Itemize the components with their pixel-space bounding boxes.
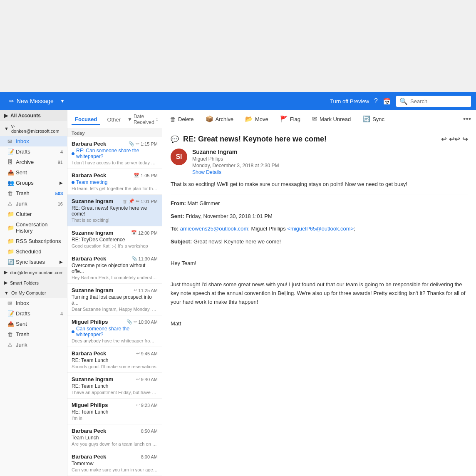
email-item-3[interactable]: Suzanne Ingram 📅 12:00 PM RE: ToyDes Con… xyxy=(67,226,162,252)
more-actions-button[interactable]: ••• xyxy=(463,115,471,124)
cc-email-link[interactable]: <miguelP65@outlook.com> xyxy=(287,226,354,232)
email-preview-1: Hi team, let's get together the plan for… xyxy=(72,186,158,191)
email-item-2[interactable]: Suzanne Ingram 🗑 📌 ⬅ 1:01 PM RE: Great n… xyxy=(67,195,162,226)
tab-other[interactable]: Other xyxy=(104,115,124,124)
calendar-icon[interactable]: 📅 xyxy=(383,97,391,105)
email-sender-2: Suzanne Ingram xyxy=(72,198,113,204)
new-message-button[interactable]: ✏ New Message xyxy=(5,95,58,107)
search-input[interactable] xyxy=(410,98,468,104)
move-icon: 📂 xyxy=(245,115,253,123)
sidebar-account1[interactable]: ▼ v-donken@microsoft.com xyxy=(0,121,67,136)
show-details-button[interactable]: Show Details xyxy=(192,169,279,175)
email-item-8[interactable]: Suzanne Ingram ↩ 9:40 AM RE: Team Lunch … xyxy=(67,373,162,399)
flag-action[interactable]: 🚩 Flag xyxy=(278,114,303,124)
subject-meta-value: Great news! Keynote here we come! xyxy=(193,238,281,245)
delete-label: Delete xyxy=(178,116,194,122)
email-item-6[interactable]: Miguel Philips 📎 ✏ 10:00 AM Can someone … xyxy=(67,315,162,347)
email-subject-0: RE: Can someone share the whitepaper? xyxy=(72,148,158,159)
sidebar-smart-folders[interactable]: ▶ Smart Folders xyxy=(0,278,67,288)
sidebar-item-junk[interactable]: ⚠ Junk 16 xyxy=(0,198,67,209)
email-item-0[interactable]: Barbara Peck 📎 ✏ 1:15 PM RE: Can someone… xyxy=(67,137,162,169)
email-preview-8: I have an appointment Friday, but have f… xyxy=(72,390,158,395)
sidebar-item-drafts[interactable]: 📝 Drafts 4 xyxy=(0,146,67,157)
email-sender-11: Barbara Peck xyxy=(72,454,106,460)
new-message-chevron[interactable]: ▾ xyxy=(61,98,64,104)
help-icon[interactable]: ? xyxy=(374,97,378,105)
email-time-3: 12:00 PM xyxy=(138,231,158,236)
reply-icons: ↩ ↩↩ ↪ xyxy=(441,135,468,143)
email-item-4[interactable]: Barbara Peck 📎 11:30 AM Overcome price o… xyxy=(67,252,162,284)
email-sender-1: Barbara Peck xyxy=(72,172,106,178)
email-icon-rep4: ↩ xyxy=(136,377,140,382)
sidebar-item-archive[interactable]: 🗄 Archive 91 xyxy=(0,157,67,167)
sync-action-icon: 🔄 xyxy=(362,115,370,123)
sidebar-item-groups[interactable]: 👥 Groups ▶ xyxy=(0,178,67,188)
tab-focused[interactable]: Focused xyxy=(72,114,100,125)
sidebar-omc-trash[interactable]: 🗑 Trash xyxy=(0,329,67,340)
omc-drafts-icon: 📝 xyxy=(7,310,13,317)
email-item-9[interactable]: Miguel Philips ↩ 9:23 AM RE: Team Lunch … xyxy=(67,399,162,424)
rss-icon: 📁 xyxy=(7,238,13,244)
email-icon-att3: 📎 xyxy=(126,319,132,325)
reading-pane: 🗑 Delete 📦 Archive 📂 Move 🚩 Flag xyxy=(162,110,476,476)
email-item-7[interactable]: Barbara Peck ↩ 9:45 AM RE: Team Lunch So… xyxy=(67,347,162,373)
forward-icon[interactable]: ↪ xyxy=(462,135,468,143)
all-accounts-label: All Accounts xyxy=(10,113,41,119)
sidebar-omc-sent[interactable]: 📤 Sent xyxy=(0,319,67,329)
cc-name: Miguel Phillips xyxy=(251,226,288,232)
email-subject-11: Tomorrow xyxy=(72,461,158,466)
sidebar-item-rss[interactable]: 📁 RSS Subscriptions xyxy=(0,236,67,246)
sidebar-omc-drafts[interactable]: 📝 Drafts 4 xyxy=(0,308,67,319)
email-subject-meta: Subject: Great news! Keynote here we com… xyxy=(171,238,468,246)
sidebar-item-trash[interactable]: 🗑 Trash 503 xyxy=(0,188,67,198)
conversation-icon: 💬 xyxy=(171,135,179,143)
sidebar-all-accounts[interactable]: ▶ All Accounts xyxy=(0,110,67,121)
sidebar-item-sync-issues[interactable]: 🔄 Sync Issues ▶ xyxy=(0,257,67,267)
email-time-4: 11:30 AM xyxy=(139,256,158,261)
sidebar-on-my-computer[interactable]: ▼ On My Computer xyxy=(0,288,67,298)
omc-junk-icon: ⚠ xyxy=(7,342,13,348)
flag-label: Flag xyxy=(290,116,300,122)
compose-icon: ✏ xyxy=(9,98,14,104)
sort-button[interactable]: ▼ Date Received ↕ xyxy=(127,114,158,125)
email-subject-9: RE: Team Lunch xyxy=(72,409,158,415)
sidebar-item-inbox[interactable]: ✉ Inbox xyxy=(0,136,67,146)
search-box[interactable]: 🔍 xyxy=(396,96,471,107)
sent-icon: 📤 xyxy=(7,169,13,176)
archive-action[interactable]: 📦 Archive xyxy=(203,114,236,124)
sidebar-account2[interactable]: ▶ don@dennymountain.com xyxy=(0,267,67,278)
email-preview-3: Good question Kat! :-) It's a workshop xyxy=(72,243,158,248)
smart-folders-chevron: ▶ xyxy=(4,280,7,285)
account2-email-label: don@dennymountain.com xyxy=(10,270,64,275)
sidebar-item-sent[interactable]: 📤 Sent xyxy=(0,167,67,178)
sidebar-item-clutter[interactable]: 📁 Clutter xyxy=(0,209,67,219)
email-preview-10: Are you guys down for a team lunch on Fr… xyxy=(72,441,158,446)
email-item-5[interactable]: Suzanne Ingram ↩ 11:25 AM Turning that l… xyxy=(67,284,162,315)
email-subject-7: RE: Team Lunch xyxy=(72,357,158,363)
email-sender-10: Barbara Peck xyxy=(72,428,106,434)
email-time-0: 1:15 PM xyxy=(141,141,158,146)
email-item-10[interactable]: Barbara Peck 8:50 AM Team Lunch Are you … xyxy=(67,424,162,450)
sidebar-omc-inbox[interactable]: ✉ Inbox xyxy=(0,298,67,308)
sidebar-item-scheduled[interactable]: 📁 Scheduled xyxy=(0,246,67,257)
move-action[interactable]: 📂 Move xyxy=(243,114,271,124)
flag-icon: 🚩 xyxy=(280,115,288,123)
unread-dot-1 xyxy=(72,181,74,184)
email-time-9: 9:23 AM xyxy=(141,403,158,408)
email-time-10: 8:50 AM xyxy=(141,429,158,434)
reply-icon[interactable]: ↩ xyxy=(441,135,446,143)
email-item-1[interactable]: Barbara Peck 📅 1:05 PM Team meeting Hi t… xyxy=(67,169,162,195)
sync-icon: 🔄 xyxy=(7,259,13,265)
mark-unread-label: Mark Unread xyxy=(320,116,351,122)
mark-unread-action[interactable]: ✉ Mark Unread xyxy=(310,114,353,124)
delete-action[interactable]: 🗑 Delete xyxy=(167,114,196,124)
turn-off-preview-button[interactable]: Turn off Preview xyxy=(330,98,369,104)
sender-name: Suzanne Ingram xyxy=(192,149,279,155)
email-body-main: Just thought i'd share some great news w… xyxy=(171,280,468,306)
sidebar-item-conversation-history[interactable]: 📁 Conversation History xyxy=(0,219,67,236)
email-item-11[interactable]: Barbara Peck 8:00 AM Tomorrow Can you ma… xyxy=(67,450,162,476)
to-email-link[interactable]: amieowens25@outlook.com xyxy=(180,226,248,232)
sidebar-omc-junk[interactable]: ⚠ Junk xyxy=(0,340,67,350)
sync-action[interactable]: 🔄 Sync xyxy=(360,114,387,124)
reply-all-icon[interactable]: ↩↩ xyxy=(449,135,460,143)
